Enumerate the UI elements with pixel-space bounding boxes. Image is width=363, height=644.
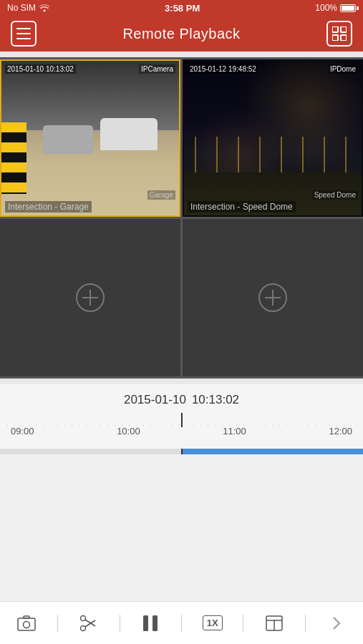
fullscreen-button[interactable] [258,608,290,639]
svg-rect-15 [153,615,158,631]
camera-cell-2[interactable]: 2015-01-12 19:48:52 IPDome Speed Dome In… [183,59,363,217]
camera-1-timestamp: 2015-01-10 10:13:02 [5,64,76,74]
timeline-label-1000: 10:00 [117,426,140,436]
cam1-car2 [43,125,93,154]
camera-2-sublabel: Speed Dome [312,190,358,200]
carrier-label: No SIM [7,3,36,13]
svg-point-8 [24,621,30,628]
speed-button[interactable]: 1X [197,608,228,639]
timeline-label-0900: 09:00 [11,426,34,436]
wifi-icon [39,4,49,13]
divider-4 [243,615,243,632]
camera-grid: 2015-01-10 10:13:02 IPCamera Garage Inte… [0,57,363,379]
timeline-progress [182,449,364,454]
divider-5 [305,615,306,632]
svg-rect-1 [16,33,31,34]
grid-layout-button[interactable] [326,21,352,47]
battery-percent: 100% [315,3,337,13]
add-camera-icon-3 [76,283,105,312]
divider-3 [181,615,182,632]
timeline-time: 10:13:02 [192,393,239,407]
camera-2-label: Intersection - Speed Dome [188,201,296,213]
timeline-label-1100: 11:00 [223,426,246,436]
svg-line-12 [85,620,95,627]
svg-rect-3 [332,26,338,32]
menu-button[interactable] [11,21,37,47]
timeline-date: 2015-01-10 [124,393,186,407]
camera-cell-1[interactable]: 2015-01-10 10:13:02 IPCamera Garage Inte… [0,59,180,217]
status-left: No SIM [7,3,49,13]
battery-icon [340,4,356,12]
svg-rect-9 [24,616,29,618]
camera-1-label: Intersection - Garage [5,201,92,213]
status-bar: No SIM 3:58 PM 100% [0,0,363,16]
cam1-stripe [1,122,26,194]
svg-rect-0 [16,28,31,29]
svg-point-11 [80,615,85,620]
timeline-label-1200: 12:00 [329,426,352,436]
camera-1-sublabel: Garage [147,190,175,200]
camera-2-type: IPDome [328,64,358,74]
svg-point-10 [80,625,85,630]
nav-bar: Remote Playback [0,16,363,52]
status-time: 3:58 PM [165,3,200,14]
divider-1 [57,615,58,632]
svg-rect-5 [332,35,338,41]
timeline-cursor [181,413,183,427]
svg-rect-2 [16,38,31,39]
add-camera-icon-4 [258,283,287,312]
cut-button[interactable] [73,608,105,639]
svg-line-13 [85,620,95,626]
timeline-ruler-container[interactable]: 09:00 10:00 11:00 12:00 [0,413,363,449]
camera-2-timestamp: 2015-01-12 19:48:52 [188,64,258,74]
camera-cell-3[interactable] [0,219,180,376]
camera-grid-wrapper: 2015-01-10 10:13:02 IPCamera Garage Inte… [0,52,363,384]
camera-cell-4[interactable] [183,219,363,376]
svg-rect-6 [341,35,347,41]
timeline-section: 2015-01-10 10:13:02 09:00 10:00 11:00 12… [0,384,363,454]
timeline-datetime: 2015-01-10 10:13:02 [0,393,363,407]
screenshot-button[interactable] [11,608,42,639]
next-button[interactable] [321,608,352,639]
timeline-track[interactable] [0,449,363,454]
svg-rect-7 [18,618,35,630]
bottom-toolbar: 1X [0,601,363,644]
cam1-car1 [100,118,158,150]
camera-1-type: IPCamera [139,64,175,74]
svg-rect-4 [341,26,347,32]
page-title: Remote Playback [122,26,240,42]
status-right: 100% [315,3,356,13]
pause-button[interactable] [135,608,166,639]
speed-label: 1X [203,615,223,630]
svg-rect-14 [143,615,148,631]
divider-2 [120,615,120,632]
